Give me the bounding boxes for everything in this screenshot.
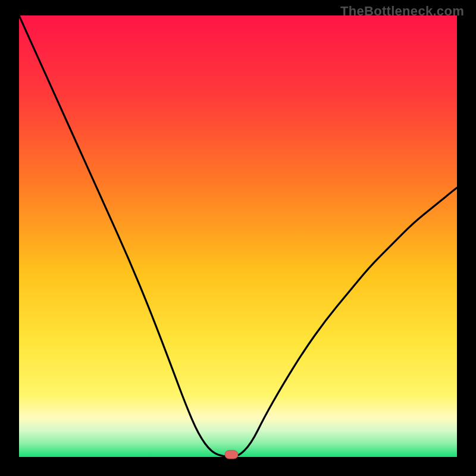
svg-rect-0 — [225, 450, 238, 459]
chart-svg — [0, 0, 476, 476]
chart-stage: { "watermark": "TheBottleneck.com", "col… — [0, 0, 476, 476]
watermark-text: TheBottleneck.com — [340, 4, 464, 19]
optimum-marker — [225, 450, 238, 459]
plot-area — [19, 15, 457, 457]
